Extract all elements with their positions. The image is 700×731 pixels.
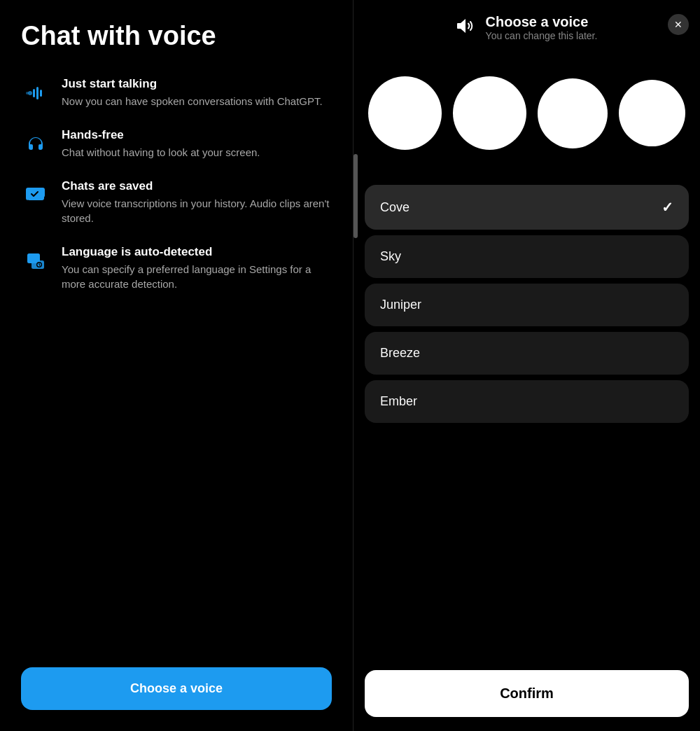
voice-header-text: Choose a voice You can change this later…	[486, 14, 598, 41]
svg-rect-2	[36, 87, 38, 99]
svg-point-4	[26, 92, 29, 95]
feature-desc-handsfree: Chat without having to look at your scre…	[62, 145, 260, 160]
avatar-1	[368, 76, 442, 150]
voice-name-breeze: Breeze	[380, 346, 420, 361]
scroll-divider	[354, 154, 358, 238]
feature-text-handsfree: Hands-free Chat without having to look a…	[62, 128, 260, 160]
voice-header: Choose a voice You can change this later…	[354, 0, 700, 48]
confirm-button[interactable]: Confirm	[365, 670, 689, 717]
feature-text-saved: Chats are saved View voice transcription…	[62, 179, 332, 225]
feature-desc-saved: View voice transcriptions in your histor…	[62, 196, 332, 225]
feature-desc-talking: Now you can have spoken conversations wi…	[62, 94, 323, 109]
main-title: Chat with voice	[21, 21, 332, 52]
voice-item-sky[interactable]: Sky	[365, 235, 689, 278]
feature-text-language: Language is auto-detected You can specif…	[62, 245, 332, 291]
choose-voice-button[interactable]: Choose a voice	[21, 667, 332, 710]
feature-item-language: Language is auto-detected You can specif…	[21, 245, 332, 291]
voice-wave-icon	[21, 78, 50, 108]
feature-title-language: Language is auto-detected	[62, 245, 332, 259]
voice-list: Cove ✓ Sky Juniper Breeze Ember	[354, 185, 700, 662]
feature-desc-language: You can specify a preferred language in …	[62, 262, 332, 291]
avatar-3	[538, 78, 608, 148]
feature-title-saved: Chats are saved	[62, 179, 332, 193]
avatar-2	[453, 76, 526, 150]
feature-text-talking: Just start talking Now you can have spok…	[62, 77, 323, 109]
headphones-icon	[21, 130, 50, 159]
feature-item-talking: Just start talking Now you can have spok…	[21, 77, 332, 109]
left-panel: Chat with voice Just start talking Now y…	[0, 0, 354, 731]
speaker-icon	[456, 16, 476, 40]
voice-item-cove[interactable]: Cove ✓	[365, 185, 689, 230]
feature-item-saved: Chats are saved View voice transcription…	[21, 179, 332, 225]
svg-rect-3	[40, 90, 42, 97]
voice-item-ember[interactable]: Ember	[365, 380, 689, 423]
feature-title-talking: Just start talking	[62, 77, 323, 91]
voice-name-juniper: Juniper	[380, 298, 421, 312]
voice-name-sky: Sky	[380, 249, 401, 264]
right-panel: Choose a voice You can change this later…	[354, 0, 700, 731]
close-button[interactable]: ✕	[668, 14, 689, 35]
svg-rect-1	[33, 89, 35, 97]
avatar-4	[619, 80, 685, 146]
voice-item-juniper[interactable]: Juniper	[365, 284, 689, 326]
chat-check-icon	[21, 181, 50, 210]
voice-name-ember: Ember	[380, 394, 417, 409]
confirm-btn-wrap: Confirm	[354, 662, 700, 731]
checkmark-cove: ✓	[662, 199, 673, 216]
close-icon: ✕	[674, 19, 682, 30]
left-content: Chat with voice Just start talking Now y…	[21, 21, 332, 646]
voice-header-title: Choose a voice	[486, 14, 589, 30]
avatar-area	[354, 48, 700, 185]
feature-item-handsfree: Hands-free Chat without having to look a…	[21, 128, 332, 160]
voice-name-cove: Cove	[380, 200, 410, 215]
voice-header-subtitle: You can change this later.	[486, 30, 598, 41]
voice-item-breeze[interactable]: Breeze	[365, 332, 689, 375]
feature-title-handsfree: Hands-free	[62, 128, 260, 142]
language-icon	[21, 246, 50, 276]
feature-list: Just start talking Now you can have spok…	[21, 77, 332, 291]
